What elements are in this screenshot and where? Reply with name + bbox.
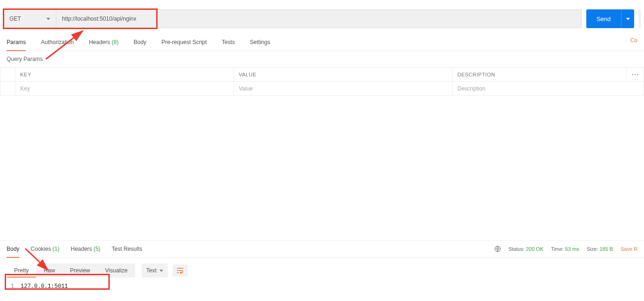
params-row[interactable]: Key Value Description bbox=[0, 82, 644, 96]
response-line: 127.0.0.1:5011 bbox=[21, 283, 68, 290]
params-col-actions[interactable]: ⋯ bbox=[626, 68, 644, 82]
tab-headers-count: (8) bbox=[112, 39, 119, 45]
tab-tests[interactable]: Tests bbox=[222, 35, 235, 51]
query-params-heading: Query Params bbox=[0, 51, 644, 67]
params-col-check bbox=[0, 68, 15, 82]
resp-tab-headers[interactable]: Headers (5) bbox=[71, 241, 100, 258]
resp-tab-cookies-count: (1) bbox=[53, 246, 60, 252]
language-select[interactable]: Text bbox=[142, 263, 168, 278]
wrap-lines-button[interactable] bbox=[173, 264, 188, 277]
method-label: GET bbox=[9, 15, 21, 22]
resp-tab-headers-count: (5) bbox=[93, 246, 100, 252]
tab-pre-request-script[interactable]: Pre-request Script bbox=[161, 35, 207, 51]
send-button[interactable]: Send bbox=[586, 9, 621, 28]
tab-params[interactable]: Params bbox=[7, 35, 26, 51]
size-value: 185 B bbox=[599, 246, 613, 252]
cookies-link[interactable]: Co bbox=[630, 37, 637, 48]
status-label: Status: 200 OK bbox=[508, 246, 544, 252]
params-col-key: KEY bbox=[15, 68, 234, 82]
params-value-input[interactable]: Value bbox=[234, 82, 453, 96]
save-response-link[interactable]: Save R bbox=[621, 246, 637, 252]
chevron-down-icon bbox=[626, 18, 630, 20]
resp-tab-cookies[interactable]: Cookies (1) bbox=[30, 241, 59, 258]
params-description-input[interactable]: Description bbox=[453, 82, 644, 96]
resp-tab-cookies-label: Cookies bbox=[30, 246, 51, 252]
time-label: Time: 53 ms bbox=[551, 246, 579, 252]
url-input[interactable] bbox=[56, 10, 581, 28]
resp-tab-test-results[interactable]: Test Results bbox=[112, 241, 142, 258]
view-visualize[interactable]: Visualize bbox=[98, 263, 135, 278]
response-body[interactable]: 1 127.0.0.1:5011 bbox=[0, 281, 644, 301]
status-value: 200 OK bbox=[526, 246, 543, 252]
globe-icon[interactable] bbox=[494, 246, 501, 252]
wrap-icon bbox=[176, 267, 184, 274]
more-icon: ⋯ bbox=[631, 71, 639, 78]
tab-settings[interactable]: Settings bbox=[250, 35, 270, 51]
size-label: Size: 185 B bbox=[587, 246, 613, 252]
line-number: 1 bbox=[7, 283, 14, 290]
chevron-down-icon bbox=[46, 18, 50, 20]
view-preview[interactable]: Preview bbox=[62, 263, 98, 278]
tab-authorization[interactable]: Authorization bbox=[41, 35, 74, 51]
resp-tab-body[interactable]: Body bbox=[7, 241, 19, 258]
view-raw[interactable]: Raw bbox=[36, 263, 62, 278]
drag-handle[interactable] bbox=[639, 9, 641, 28]
params-key-input[interactable]: Key bbox=[15, 82, 234, 96]
language-label: Text bbox=[146, 267, 157, 274]
chevron-down-icon bbox=[159, 270, 163, 272]
send-options-button[interactable] bbox=[621, 9, 634, 28]
resp-tab-headers-label: Headers bbox=[71, 246, 92, 252]
tab-body[interactable]: Body bbox=[134, 35, 146, 51]
time-value: 53 ms bbox=[565, 246, 579, 252]
params-col-value: VALUE bbox=[234, 68, 453, 82]
tab-headers-label: Headers bbox=[89, 39, 110, 45]
method-select[interactable]: GET bbox=[4, 10, 56, 28]
view-pretty[interactable]: Pretty bbox=[7, 263, 36, 278]
tab-headers[interactable]: Headers (8) bbox=[89, 35, 118, 51]
params-col-description: DESCRIPTION bbox=[453, 68, 627, 82]
